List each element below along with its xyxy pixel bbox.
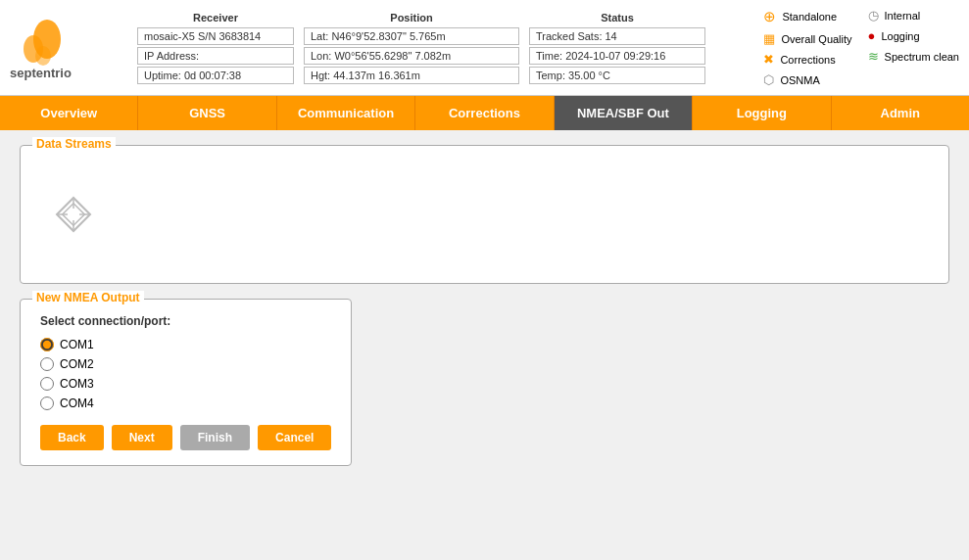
logging-icon: ● (868, 28, 876, 43)
receiver-title: Receiver (137, 12, 294, 23)
internal-label: Internal (885, 10, 921, 22)
com2-label: COM2 (60, 357, 94, 371)
action-buttons: Back Next Finish Cancel (40, 425, 331, 450)
receiver-row-1: IP Address: (137, 47, 294, 65)
status-group: Status Tracked Sats: 14 Time: 2024-10-07… (529, 12, 705, 84)
status-title: Status (529, 12, 705, 23)
overall-quality-icon: ▦ (763, 31, 775, 46)
position-title: Position (304, 12, 519, 23)
data-stream-diamond-icon[interactable] (50, 191, 97, 238)
com4-label: COM4 (60, 397, 94, 410)
select-label: Select connection/port: (40, 314, 331, 328)
status-row-1: Time: 2024-10-07 09:29:16 (529, 47, 705, 65)
osnma-indicator: ⬡ OSNMA (763, 72, 851, 87)
nav-gnss[interactable]: GNSS (138, 96, 276, 130)
internal-icon: ◷ (868, 8, 879, 23)
status-row-0: Tracked Sats: 14 (529, 27, 705, 45)
com4-radio[interactable] (40, 397, 54, 410)
data-streams-section: Data Streams (20, 145, 949, 284)
data-streams-content (35, 156, 934, 273)
nav-corrections[interactable]: Corrections (415, 96, 554, 130)
corrections-indicator: ✖ Corrections (763, 52, 851, 67)
logging-indicator: ● Logging (868, 28, 959, 43)
corrections-label: Corrections (780, 54, 835, 66)
spectrum-indicator: ≋ Spectrum clean (868, 49, 959, 64)
overall-quality-label: Overall Quality (781, 33, 851, 45)
back-button[interactable]: Back (40, 425, 104, 450)
spectrum-label: Spectrum clean (885, 51, 959, 63)
logo-icon (16, 15, 65, 73)
standalone-indicator: ⊕ Standalone (763, 8, 851, 25)
standalone-label: Standalone (782, 11, 837, 23)
position-row-2: Hgt: 44.137m 16.361m (304, 67, 519, 84)
nav-overview[interactable]: Overview (0, 96, 138, 130)
cancel-button[interactable]: Cancel (258, 425, 331, 450)
corrections-icon: ✖ (763, 52, 774, 67)
com1-radio[interactable] (40, 338, 54, 351)
finish-button[interactable]: Finish (180, 425, 250, 450)
status-indicators: ⊕ Standalone ▦ Overall Quality ✖ Correct… (763, 8, 959, 87)
receiver-group: Receiver mosaic-X5 S/N 3683814 IP Addres… (137, 12, 294, 84)
overall-quality-indicator: ▦ Overall Quality (763, 31, 851, 46)
logging-label: Logging (881, 30, 919, 42)
nmea-output-section: New NMEA Output Select connection/port: … (20, 299, 352, 466)
com4-option[interactable]: COM4 (40, 397, 331, 410)
status-row-2: Temp: 35.00 °C (529, 67, 705, 84)
spectrum-icon: ≋ (868, 49, 879, 64)
receiver-row-2: Uptime: 0d 00:07:38 (137, 67, 294, 84)
osnma-label: OSNMA (780, 74, 819, 86)
main-content: Data Streams New NMEA Output Select conn… (0, 130, 969, 481)
osnma-icon: ⬡ (763, 72, 774, 87)
data-streams-title: Data Streams (32, 137, 116, 151)
nmea-output-title: New NMEA Output (32, 291, 144, 304)
com2-option[interactable]: COM2 (40, 357, 331, 371)
com-port-radio-group: COM1 COM2 COM3 COM4 (40, 338, 331, 410)
position-group: Position Lat: N46°9'52.8307" 5.765m Lon:… (304, 12, 519, 84)
com1-option[interactable]: COM1 (40, 338, 331, 351)
nav-bar: Overview GNSS Communication Corrections … (0, 96, 969, 130)
logo-area: septentrio (10, 15, 137, 80)
nav-logging[interactable]: Logging (693, 96, 831, 130)
com1-label: COM1 (60, 338, 94, 351)
standalone-icon: ⊕ (763, 8, 776, 25)
com3-label: COM3 (60, 377, 94, 391)
internal-indicator: ◷ Internal (868, 8, 959, 23)
next-button[interactable]: Next (112, 425, 172, 450)
nav-communication[interactable]: Communication (277, 96, 415, 130)
position-row-1: Lon: W0°56'55.6298" 7.082m (304, 47, 519, 65)
position-row-0: Lat: N46°9'52.8307" 5.765m (304, 27, 519, 45)
receiver-row-0: mosaic-X5 S/N 3683814 (137, 27, 294, 45)
com3-radio[interactable] (40, 377, 54, 391)
info-tables: Receiver mosaic-X5 S/N 3683814 IP Addres… (137, 12, 753, 84)
nav-nmea-sbf-out[interactable]: NMEA/SBF Out (555, 96, 693, 130)
nav-admin[interactable]: Admin (832, 96, 969, 130)
header: septentrio Receiver mosaic-X5 S/N 368381… (0, 0, 969, 96)
com3-option[interactable]: COM3 (40, 377, 331, 391)
com2-radio[interactable] (40, 357, 54, 371)
svg-point-2 (35, 46, 51, 66)
